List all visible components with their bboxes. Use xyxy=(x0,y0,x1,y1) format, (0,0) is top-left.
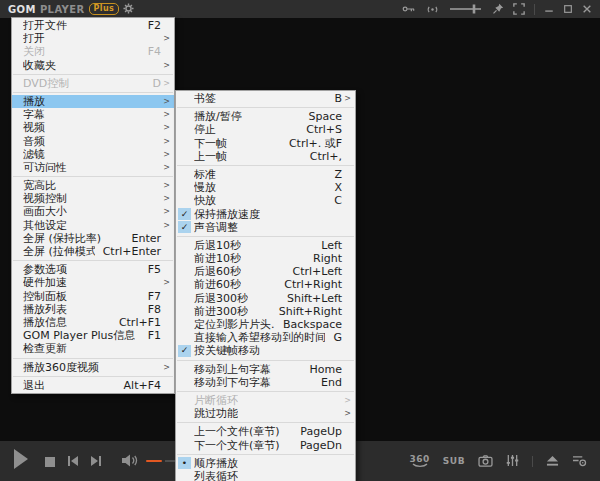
menu-item[interactable]: 播放/暂停Space xyxy=(176,110,355,123)
menu-item-shortcut: Ctrl+, xyxy=(302,150,342,163)
menu-item[interactable]: 移动到下句字幕End xyxy=(176,376,355,389)
submenu-arrow-icon: > xyxy=(161,32,174,45)
menu-item[interactable]: 检查更新 xyxy=(12,342,174,355)
menu-item[interactable]: 视频控制> xyxy=(12,192,174,205)
logo-gom: GOM xyxy=(8,4,36,15)
menu-item[interactable]: 控制面板F7 xyxy=(12,290,174,303)
menu-item[interactable]: 上一个文件(章节)PageUp xyxy=(176,425,355,438)
menu-item-label: 顺序播放 xyxy=(194,457,238,470)
menu-item[interactable]: 移动到上句字幕Home xyxy=(176,363,355,376)
menu-item[interactable]: 收藏夹> xyxy=(12,59,174,72)
menu-item[interactable]: •顺序播放 xyxy=(176,457,355,470)
menu-item[interactable]: ✓保持播放速度 xyxy=(176,208,355,221)
menu-item[interactable]: 宽高比> xyxy=(12,179,174,192)
menu-item[interactable]: 停止Ctrl+S xyxy=(176,123,355,136)
menu-item[interactable]: 书签B> xyxy=(176,92,355,105)
menu-item[interactable]: 后退300秒Shift+Left xyxy=(176,292,355,305)
submenu-arrow-icon: > xyxy=(161,205,174,218)
menu-item[interactable]: 全屏 (保持比率)Enter xyxy=(12,232,174,245)
eject-icon[interactable] xyxy=(546,452,559,471)
menu-item[interactable]: 快放C xyxy=(176,194,355,207)
menu-item[interactable]: 播放360度视频> xyxy=(12,361,174,374)
menu-item[interactable]: 画面大小> xyxy=(12,205,174,218)
menu-item[interactable]: 前进10秒Right xyxy=(176,252,355,265)
app-window: GOM PLAYER Plus xyxy=(0,0,600,481)
menu-item[interactable]: ✓按关键帧移动 xyxy=(176,344,355,357)
menu-item-shortcut: F5 xyxy=(140,263,161,276)
menu-item[interactable]: ✓声音调整 xyxy=(176,221,355,234)
snapshot-icon[interactable] xyxy=(478,452,493,471)
menu-item[interactable]: 上一帧Ctrl+, xyxy=(176,150,355,163)
menu-item[interactable]: 其他设定> xyxy=(12,219,174,232)
maximize-icon[interactable] xyxy=(563,4,573,14)
menu-item-shortcut: Ctrl+Enter xyxy=(95,245,161,258)
menu-item[interactable]: 滤镜> xyxy=(12,148,174,161)
menu-item-label: 停止 xyxy=(194,123,216,136)
menu-item-label: 可访问性 xyxy=(23,161,67,174)
fullscreen-icon[interactable] xyxy=(513,3,525,15)
menu-item[interactable]: 参数选项F5 xyxy=(12,263,174,276)
menu-item[interactable]: 前进60秒Ctrl+Right xyxy=(176,278,355,291)
previous-button[interactable] xyxy=(67,452,79,471)
menu-item[interactable]: 视频> xyxy=(12,121,174,134)
menu-item-label: 控制面板 xyxy=(23,290,67,303)
menu-item[interactable]: GOM Player Plus信息F1 xyxy=(12,329,174,342)
menu-item[interactable]: 字幕> xyxy=(12,108,174,121)
menu-gutter xyxy=(178,292,191,304)
menu-item[interactable]: 播放信息Ctrl+F1 xyxy=(12,316,174,329)
menu-item-label: 按关键帧移动 xyxy=(194,344,260,357)
menu-item[interactable]: 打开> xyxy=(12,32,174,45)
menu-item[interactable]: 后退60秒Ctrl+Left xyxy=(176,265,355,278)
menu-item-label: 前进60秒 xyxy=(194,278,241,291)
menu-item[interactable]: 定位到影片片头..Backspace xyxy=(176,318,355,331)
playlist-icon[interactable] xyxy=(572,452,587,471)
menu-item[interactable]: 退出Alt+F4 xyxy=(12,379,174,392)
gear-icon[interactable] xyxy=(123,3,134,16)
menu-item[interactable]: 标准Z xyxy=(176,168,355,181)
menu-item[interactable]: 全屏 (拉伸模式)Ctrl+Enter xyxy=(12,245,174,258)
submenu-arrow-icon: > xyxy=(161,77,174,90)
menu-item[interactable]: 音频> xyxy=(12,135,174,148)
menu-item[interactable]: 列表循环 xyxy=(176,470,355,481)
menu-item[interactable]: 可访问性> xyxy=(12,161,174,174)
menu-item[interactable]: 直接输入希望移动到的时间G xyxy=(176,331,355,344)
menu-gutter xyxy=(178,426,191,438)
menu-item[interactable]: 跳过功能> xyxy=(176,407,355,420)
menu-item-label: 直接输入希望移动到的时间 xyxy=(194,331,325,344)
equalizer-icon[interactable] xyxy=(506,452,519,471)
close-icon[interactable] xyxy=(582,4,592,14)
menu-item[interactable]: 下一帧Ctrl+. 或F xyxy=(176,137,355,150)
menu-gutter xyxy=(178,279,191,291)
playback-submenu: 书签B>播放/暂停Space停止Ctrl+S下一帧Ctrl+. 或F上一帧Ctr… xyxy=(175,90,356,481)
menu-item[interactable]: 播放> xyxy=(12,95,174,108)
minimize-icon[interactable] xyxy=(544,4,554,14)
menu-item[interactable]: 硬件加速> xyxy=(12,276,174,289)
subtitle-button[interactable]: SUB xyxy=(443,456,465,466)
menu-item[interactable]: 前进300秒Shift+Right xyxy=(176,305,355,318)
menu-item-shortcut: Z xyxy=(326,168,342,181)
menu-item-shortcut: F7 xyxy=(140,290,161,303)
menu-item[interactable]: 后退10秒Left xyxy=(176,239,355,252)
menu-item-label: 上一个文件(章节) xyxy=(194,425,280,438)
app-logo: GOM PLAYER Plus xyxy=(8,3,134,16)
broadcast-icon[interactable] xyxy=(425,4,440,15)
submenu-arrow-icon: > xyxy=(161,192,174,205)
next-button[interactable] xyxy=(90,452,102,471)
radio-dot-icon: • xyxy=(178,457,191,469)
pin-icon[interactable] xyxy=(492,3,504,15)
key-icon[interactable] xyxy=(402,4,416,14)
360-icon[interactable]: 360 xyxy=(410,455,430,468)
volume-icon[interactable] xyxy=(122,452,138,471)
menu-item[interactable]: 打开文件F2 xyxy=(12,19,174,32)
menu-item-label: 后退10秒 xyxy=(194,239,241,252)
menu-item: 关闭F4 xyxy=(12,45,174,58)
menu-item[interactable]: 播放列表F8 xyxy=(12,303,174,316)
opacity-slider[interactable] xyxy=(449,3,483,15)
menu-item-label: 标准 xyxy=(194,168,216,181)
menu-item-label: 打开文件 xyxy=(23,19,67,32)
play-button[interactable] xyxy=(13,449,29,473)
menu-item-label: 声音调整 xyxy=(194,221,238,234)
stop-button[interactable] xyxy=(45,452,55,471)
menu-item[interactable]: 慢放X xyxy=(176,181,355,194)
menu-item[interactable]: 下一个文件(章节)PageDn xyxy=(176,439,355,452)
